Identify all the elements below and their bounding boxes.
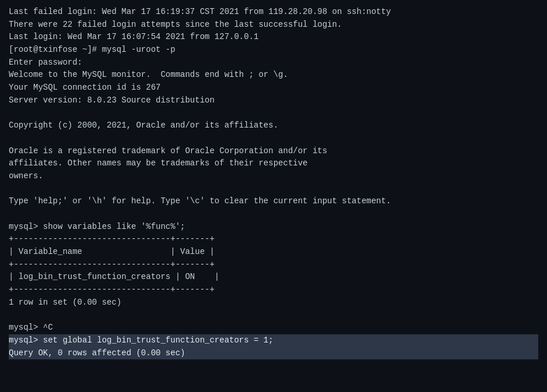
terminal-line-line10: Copyright (c) 2000, 2021, Oracle and/or … — [9, 119, 538, 132]
terminal-line-line21: +--------------------------------+------… — [9, 259, 538, 271]
terminal-line-line8: Server version: 8.0.23 Source distributi… — [9, 94, 538, 107]
terminal-line-line6: Welcome to the MySQL monitor. Commands e… — [9, 69, 538, 82]
terminal-line-line7: Your MySQL connection id is 267 — [9, 82, 538, 94]
terminal-line-line15 — [9, 183, 538, 196]
terminal-line-line28: Query OK, 0 rows affected (0.00 sec) — [9, 347, 538, 360]
terminal-line-line26: mysql> ^C — [9, 322, 538, 334]
terminal-line-line2: There were 22 failed login attempts sinc… — [9, 19, 538, 31]
terminal-line-line24: 1 row in set (0.00 sec) — [9, 296, 538, 309]
terminal-line-line13: affiliates. Other names may be trademark… — [9, 157, 538, 170]
terminal-line-line18: mysql> show variables like '%func%'; — [9, 221, 538, 234]
terminal-line-line16: Type 'help;' or '\h' for help. Type '\c'… — [9, 195, 538, 208]
terminal-line-line5: Enter password: — [9, 56, 538, 69]
terminal-line-line19: +--------------------------------+------… — [9, 233, 538, 246]
terminal-line-line9 — [9, 107, 538, 120]
terminal-line-line4: [root@txinfose ~]# mysql -uroot -p — [9, 44, 538, 56]
terminal-line-line25 — [9, 309, 538, 322]
terminal-line-line17 — [9, 208, 538, 221]
terminal-line-line11 — [9, 132, 538, 145]
terminal-line-line3: Last login: Wed Mar 17 16:07:54 2021 fro… — [9, 31, 538, 44]
terminal-line-line22: | log_bin_trust_function_creators | ON | — [9, 271, 538, 284]
terminal-line-line23: +--------------------------------+------… — [9, 284, 538, 296]
terminal-line-line14: owners. — [9, 170, 538, 183]
terminal-line-line1: Last failed login: Wed Mar 17 16:19:37 C… — [9, 6, 538, 19]
terminal-line-line27: mysql> set global log_bin_trust_function… — [9, 334, 538, 347]
terminal-line-line12: Oracle is a registered trademark of Orac… — [9, 145, 538, 158]
terminal-line-line20: | Variable_name | Value | — [9, 246, 538, 259]
terminal-window: Last failed login: Wed Mar 17 16:19:37 C… — [0, 0, 547, 392]
